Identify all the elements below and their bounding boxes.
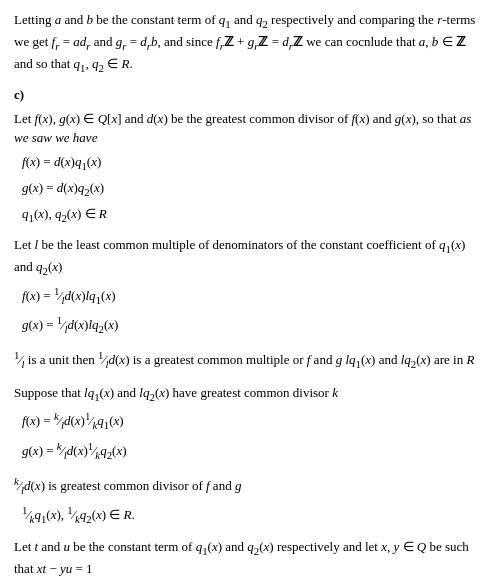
block2-intro: Let l be the least common multiple of de… bbox=[14, 235, 486, 279]
block5-line2: 1⁄kq1(x), 1⁄kq2(x) ∈ R. bbox=[22, 502, 486, 527]
section-c-block: c) Let f(x), g(x) ∈ Q[x] and d(x) be the… bbox=[14, 85, 486, 578]
intro-paragraph: Letting a and b be the constant term of … bbox=[14, 10, 486, 75]
section-c-label: c) bbox=[14, 85, 486, 105]
block1-equations: f(x) = d(x)q1(x) g(x) = d(x)q2(x) q1(x),… bbox=[22, 152, 486, 225]
eq-f-dq1: f(x) = d(x)q1(x) bbox=[22, 152, 486, 174]
eq-f-k: f(x) = k⁄ld(x)1⁄kq1(x) bbox=[22, 408, 486, 433]
block3-text: 1⁄l is a unit then 1⁄ld(x) is a greatest… bbox=[14, 347, 486, 372]
block5-text: k⁄ld(x) is greatest common divisor of f … bbox=[14, 473, 486, 498]
block6-intro: Let t and u be the constant term of q1(x… bbox=[14, 537, 486, 578]
block4-intro: Suppose that lq1(x) and lq2(x) have grea… bbox=[14, 383, 486, 405]
eq-g-l: g(x) = 1⁄ld(x)lq2(x) bbox=[22, 312, 486, 337]
eq-f-l: f(x) = 1⁄ld(x)lq1(x) bbox=[22, 283, 486, 308]
block4-equations: f(x) = k⁄ld(x)1⁄kq1(x) g(x) = k⁄ld(x)1⁄k… bbox=[22, 408, 486, 462]
intro-block: Letting a and b be the constant term of … bbox=[14, 10, 486, 75]
block2-equations: f(x) = 1⁄ld(x)lq1(x) g(x) = 1⁄ld(x)lq2(x… bbox=[22, 283, 486, 337]
block1-intro: Let f(x), g(x) ∈ Q[x] and d(x) be the gr… bbox=[14, 109, 486, 148]
eq-g-k: g(x) = k⁄ld(x)1⁄kq2(x) bbox=[22, 438, 486, 463]
main-content: Letting a and b be the constant term of … bbox=[14, 10, 486, 578]
eq-g-dq2: g(x) = d(x)q2(x) bbox=[22, 178, 486, 200]
eq-q1q2-r: q1(x), q2(x) ∈ R bbox=[22, 204, 486, 226]
